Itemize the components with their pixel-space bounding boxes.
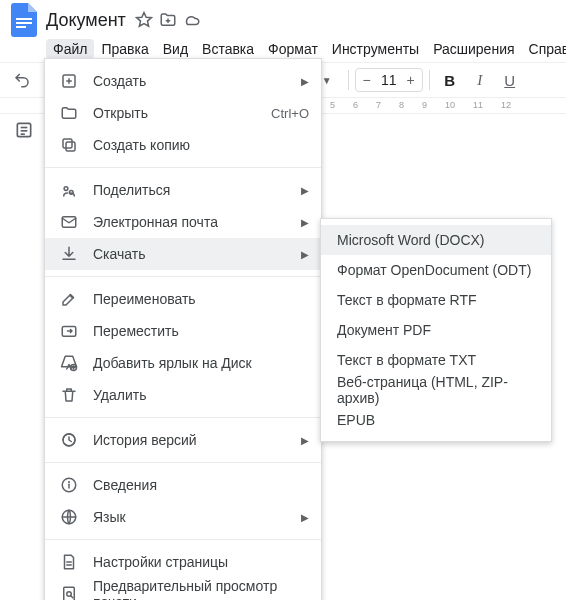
- share-icon: [59, 180, 79, 200]
- rename-icon: [59, 289, 79, 309]
- mail-icon: [59, 212, 79, 232]
- document-title[interactable]: Документ: [46, 10, 126, 31]
- trash-icon: [59, 385, 79, 405]
- file-menu-item-mail[interactable]: Электронная почта▶: [45, 206, 321, 238]
- file-menu-item-copy[interactable]: Создать копию: [45, 129, 321, 161]
- download-option[interactable]: Текст в формате RTF: [321, 285, 551, 315]
- side-rail: [14, 120, 34, 140]
- download-submenu: Microsoft Word (DOCX)Формат OpenDocument…: [320, 218, 552, 442]
- undo-button[interactable]: [8, 66, 36, 94]
- download-option[interactable]: Microsoft Word (DOCX): [321, 225, 551, 255]
- menu-item-label: Удалить: [93, 387, 309, 403]
- menu-item-label: История версий: [93, 432, 295, 448]
- file-menu-item-globe[interactable]: Язык▶: [45, 501, 321, 533]
- ruler-ticks: 56789101112: [330, 100, 511, 110]
- file-menu-item-folder[interactable]: ОткрытьCtrl+O: [45, 97, 321, 129]
- toolbar-separator: [348, 70, 349, 90]
- download-option[interactable]: Веб-страница (HTML, ZIP-архив): [321, 375, 551, 405]
- file-menu-item-rename[interactable]: Переименовать: [45, 283, 321, 315]
- download-option[interactable]: Документ PDF: [321, 315, 551, 345]
- history-icon: [59, 430, 79, 450]
- underline-button[interactable]: U: [496, 66, 524, 94]
- menu-item-label: Сведения: [93, 477, 309, 493]
- outline-icon[interactable]: [14, 120, 34, 140]
- chevron-down-icon: ▼: [322, 75, 332, 86]
- docs-logo-icon: [8, 4, 40, 36]
- page-icon: [59, 552, 79, 572]
- submenu-arrow-icon: ▶: [301, 435, 309, 446]
- toolbar-separator: [429, 70, 430, 90]
- menu-item-label: Поделиться: [93, 182, 295, 198]
- menu-item-label: Электронная почта: [93, 214, 295, 230]
- font-size-value[interactable]: 11: [378, 72, 400, 88]
- submenu-arrow-icon: ▶: [301, 76, 309, 87]
- menu-separator: [45, 276, 321, 277]
- file-menu-item-plus-box[interactable]: Создать▶: [45, 65, 321, 97]
- submenu-arrow-icon: ▶: [301, 512, 309, 523]
- menu-edit[interactable]: Правка: [94, 39, 155, 59]
- file-menu-item-print-preview[interactable]: Предварительный просмотр печати: [45, 578, 321, 600]
- menu-separator: [45, 462, 321, 463]
- menu-item-label: Создать: [93, 73, 295, 89]
- download-option[interactable]: EPUB: [321, 405, 551, 435]
- menu-tools[interactable]: Инструменты: [325, 39, 426, 59]
- svg-rect-0: [16, 18, 32, 20]
- submenu-arrow-icon: ▶: [301, 249, 309, 260]
- folder-icon: [59, 103, 79, 123]
- globe-icon: [59, 507, 79, 527]
- menu-separator: [45, 539, 321, 540]
- increase-font-button[interactable]: +: [400, 69, 422, 91]
- menu-item-label: Язык: [93, 509, 295, 525]
- title-bar: Документ: [0, 0, 566, 36]
- file-menu-item-info[interactable]: Сведения: [45, 469, 321, 501]
- menu-help[interactable]: Справка: [522, 39, 566, 59]
- decrease-font-button[interactable]: −: [356, 69, 378, 91]
- move-to-folder-icon[interactable]: [159, 11, 177, 29]
- menu-item-label: Открыть: [93, 105, 271, 121]
- info-icon: [59, 475, 79, 495]
- shortcut-hint: Ctrl+O: [271, 106, 309, 121]
- menu-insert[interactable]: Вставка: [195, 39, 261, 59]
- file-menu-item-move[interactable]: Переместить: [45, 315, 321, 347]
- cloud-status-icon[interactable]: [183, 11, 201, 29]
- file-menu-item-history[interactable]: История версий▶: [45, 424, 321, 456]
- menu-format[interactable]: Формат: [261, 39, 325, 59]
- file-menu-item-page[interactable]: Настройки страницы: [45, 546, 321, 578]
- italic-button[interactable]: I: [466, 66, 494, 94]
- submenu-arrow-icon: ▶: [301, 217, 309, 228]
- menu-extensions[interactable]: Расширения: [426, 39, 521, 59]
- star-icon[interactable]: [135, 11, 153, 29]
- file-menu-item-share[interactable]: Поделиться▶: [45, 174, 321, 206]
- svg-rect-2: [16, 26, 26, 28]
- move-icon: [59, 321, 79, 341]
- submenu-arrow-icon: ▶: [301, 185, 309, 196]
- print-preview-icon: [59, 584, 79, 600]
- menu-separator: [45, 417, 321, 418]
- download-option[interactable]: Текст в формате TXT: [321, 345, 551, 375]
- menu-item-label: Предварительный просмотр печати: [93, 578, 309, 600]
- svg-point-13: [64, 187, 68, 191]
- drive-add-icon: [59, 353, 79, 373]
- menu-view[interactable]: Вид: [156, 39, 195, 59]
- file-menu-item-trash[interactable]: Удалить: [45, 379, 321, 411]
- copy-icon: [59, 135, 79, 155]
- menu-item-label: Переименовать: [93, 291, 309, 307]
- plus-box-icon: [59, 71, 79, 91]
- menu-file[interactable]: Файл: [46, 39, 94, 59]
- bold-button[interactable]: B: [436, 66, 464, 94]
- download-icon: [59, 244, 79, 264]
- svg-rect-12: [63, 139, 72, 148]
- svg-rect-11: [66, 142, 75, 151]
- file-menu-item-drive-add[interactable]: Добавить ярлык на Диск: [45, 347, 321, 379]
- menu-item-label: Настройки страницы: [93, 554, 309, 570]
- file-menu-item-download[interactable]: Скачать▶: [45, 238, 321, 270]
- file-menu-dropdown: Создать▶ОткрытьCtrl+OСоздать копиюПодели…: [44, 58, 322, 600]
- menu-item-label: Переместить: [93, 323, 309, 339]
- svg-point-23: [69, 482, 70, 483]
- font-size-stepper[interactable]: − 11 +: [355, 68, 423, 92]
- svg-rect-1: [16, 22, 32, 24]
- menu-item-label: Скачать: [93, 246, 295, 262]
- menu-item-label: Добавить ярлык на Диск: [93, 355, 309, 371]
- download-option[interactable]: Формат OpenDocument (ODT): [321, 255, 551, 285]
- menu-separator: [45, 167, 321, 168]
